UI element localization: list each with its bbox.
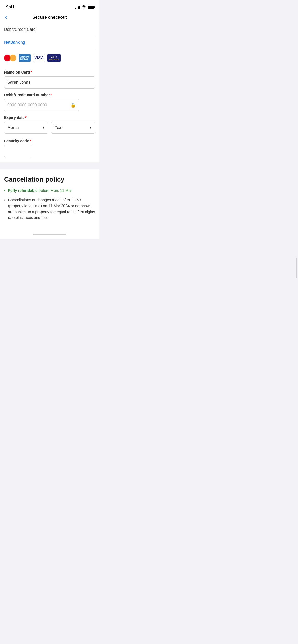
required-star-card: * [50, 93, 52, 97]
signal-icon [75, 5, 80, 9]
policy-item-refundable: • Fully refundable before Mon, 11 Mar [4, 187, 95, 194]
mastercard-logo [4, 54, 16, 62]
card-logos: AMERICANEXPRESS VISA VISA ELECTRON [0, 49, 99, 66]
policy-item-details: • Cancellations or changes made after 23… [4, 197, 95, 221]
card-number-label: Debit/Credit card number* [4, 93, 95, 97]
visa-electron-logo: VISA ELECTRON [47, 54, 61, 62]
status-time: 9:41 [6, 5, 15, 10]
payment-form: Name on Card* Debit/Credit card number* … [0, 70, 99, 162]
security-code-input[interactable] [4, 145, 31, 157]
expiry-date-label: Expiry date* [4, 115, 95, 120]
name-on-card-input[interactable] [4, 76, 95, 89]
month-dropdown[interactable]: Month 01 02 03 04 05 06 07 08 09 10 11 1… [4, 122, 48, 134]
amex-logo: AMERICANEXPRESS [19, 54, 31, 62]
card-number-wrapper: 🔒 [4, 99, 79, 111]
battery-icon [88, 6, 94, 9]
policy-text-details: Cancellations or changes made after 23:5… [8, 197, 95, 221]
security-code-label: Security code* [4, 139, 95, 143]
required-star-expiry: * [25, 115, 27, 120]
main-content: Debit/Credit Card NetBanking AMERICANEXP… [0, 23, 99, 162]
tab-netbanking[interactable]: NetBanking [4, 36, 95, 49]
wifi-icon [82, 5, 86, 9]
payment-tabs: Debit/Credit Card [0, 23, 99, 36]
year-dropdown-wrapper: Year 2024 2025 2026 2027 2028 2029 2030 … [51, 122, 95, 134]
lock-icon: 🔒 [70, 102, 76, 108]
back-button[interactable]: ‹ [4, 13, 8, 22]
status-icons [75, 5, 94, 9]
card-number-input[interactable] [4, 99, 79, 111]
section-divider [0, 167, 99, 169]
bullet-black: • [4, 197, 6, 203]
cancellation-title: Cancellation policy [4, 175, 95, 183]
name-on-card-label: Name on Card* [4, 70, 95, 74]
expiry-row: Month 01 02 03 04 05 06 07 08 09 10 11 1… [4, 122, 95, 134]
visa-logo: VISA [33, 54, 45, 62]
required-star-security: * [30, 139, 31, 143]
refundable-text: Fully refundable [8, 188, 38, 193]
payment-tabs-netbanking: NetBanking [0, 36, 99, 49]
nav-bar: ‹ Secure checkout [0, 13, 99, 23]
tab-debit-credit[interactable]: Debit/Credit Card [4, 23, 95, 36]
home-bar [0, 232, 99, 239]
status-bar: 9:41 [0, 0, 99, 13]
page-title: Secure checkout [32, 15, 67, 20]
policy-text-refundable: Fully refundable before Mon, 11 Mar [8, 187, 72, 193]
required-star-name: * [31, 70, 32, 74]
home-bar-pill [33, 234, 66, 235]
month-dropdown-wrapper: Month 01 02 03 04 05 06 07 08 09 10 11 1… [4, 122, 48, 134]
year-dropdown[interactable]: Year 2024 2025 2026 2027 2028 2029 2030 [51, 122, 95, 134]
refundable-date: before Mon, 11 Mar [39, 188, 72, 193]
cancellation-policy-section: Cancellation policy • Fully refundable b… [0, 169, 99, 232]
bullet-green: • [4, 188, 6, 194]
